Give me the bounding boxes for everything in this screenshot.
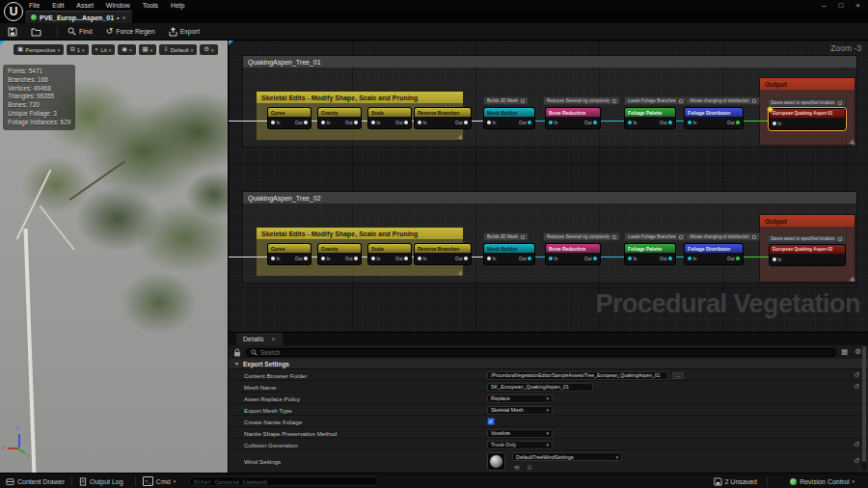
camera-speed-dropdown[interactable]: ⧉1▾ — [67, 44, 89, 55]
console-input[interactable] — [194, 478, 373, 485]
reset-icon[interactable]: ↺ — [854, 381, 859, 393]
details-tab[interactable]: Details × — [236, 333, 283, 345]
pin-in[interactable]: In — [371, 121, 380, 125]
shape-method-dropdown[interactable]: Voxelize — [487, 429, 553, 438]
reset-icon[interactable]: ↺ — [854, 369, 859, 381]
pin-out[interactable]: Out — [345, 257, 358, 261]
scalability-dropdown[interactable]: ⇩Default▾ — [159, 44, 197, 55]
search-input[interactable] — [260, 349, 831, 356]
details-scrollbar[interactable] — [862, 346, 866, 470]
screenshot-dropdown[interactable]: ▦▾ — [139, 44, 157, 55]
node-bone-reduction[interactable]: Bone Reduction InOut — [545, 107, 601, 129]
node-comment-bubble[interactable]: Saves asset to specified location — [767, 234, 846, 243]
wind-asset-thumbnail[interactable] — [487, 452, 505, 471]
node-mesh-builder[interactable]: Mesh Builder InOut — [483, 243, 535, 265]
node-gravity[interactable]: Gravity InOut — [317, 107, 362, 129]
viewport-settings-dropdown[interactable]: ⚙▾ — [200, 44, 217, 55]
pin-in[interactable]: In — [487, 257, 496, 261]
node-graph-panel[interactable]: Zoom -3 Procedural Vegetation QuakingAsp… — [228, 41, 868, 333]
pin-out[interactable]: Out — [295, 257, 308, 261]
pin-out[interactable]: Out — [519, 121, 531, 125]
force-regen-button[interactable]: ↺ Force Regen — [106, 27, 155, 36]
pin-out[interactable]: Out — [727, 121, 740, 125]
node-remove-branches[interactable]: Remove Branches InOut — [414, 107, 472, 129]
pin-in[interactable]: In — [688, 257, 696, 261]
nanite-foliage-checkbox[interactable]: ✓ — [487, 418, 495, 425]
node-gravity[interactable]: Gravity InOut — [317, 243, 362, 265]
tab-close-icon[interactable]: × — [122, 14, 125, 21]
node-comment-bubble[interactable]: Saves asset to specified location — [767, 98, 846, 107]
node-curve[interactable]: Curve InOut — [267, 107, 312, 129]
unsaved-button[interactable]: 2 Unsaved — [714, 474, 757, 488]
pin-out[interactable]: Out — [519, 257, 531, 261]
pin-out[interactable]: Out — [395, 121, 408, 125]
asset-tab[interactable]: PVE_Europ...Aspen_01 • × — [25, 11, 132, 23]
pin-out[interactable]: Out — [584, 121, 597, 125]
console-input-box[interactable] — [189, 476, 378, 486]
pin-in[interactable]: In — [418, 121, 426, 125]
menu-asset[interactable]: Asset — [76, 2, 94, 9]
node-comment-bubble[interactable]: Loads Foliage Branches — [624, 232, 687, 241]
comment-title[interactable]: Output — [760, 78, 854, 90]
pin-in[interactable]: In — [773, 258, 781, 262]
mesh-name-field[interactable]: SK_European_QuakingAspen_01 — [487, 383, 593, 392]
maximize-button[interactable]: □ — [838, 2, 843, 10]
node-foliage-palette[interactable]: Foliage Palette InOut — [624, 243, 676, 265]
node-scale[interactable]: Scale InOut — [367, 243, 412, 265]
node-comment-bubble[interactable]: Allows changing of distribution — [686, 96, 760, 105]
display-options-icon[interactable]: ▦ — [841, 348, 848, 356]
node-output-aspen-02[interactable]: European Quaking Aspen 02 In — [769, 244, 846, 266]
node-foliage-palette[interactable]: Foliage Palette InOut — [624, 107, 676, 129]
pin-in[interactable]: In — [371, 257, 380, 261]
node-foliage-distributor[interactable]: Foliage Distributor InOut — [684, 243, 744, 265]
close-button[interactable]: × — [855, 2, 860, 10]
gear-icon[interactable]: ⚙ — [854, 348, 861, 356]
browse-to-asset-icon[interactable]: ⌸ — [528, 464, 531, 471]
pin-out[interactable]: Out — [660, 121, 672, 125]
node-comment-bubble[interactable]: Builds 3D Mesh — [483, 232, 529, 241]
node-remove-branches[interactable]: Remove Branches InOut — [414, 243, 472, 265]
browse-content-button[interactable] — [31, 27, 41, 37]
comment-title[interactable]: Skeletal Edits - Modify Shape, Scale and… — [257, 92, 463, 103]
node-bone-reduction[interactable]: Bone Reduction InOut — [545, 243, 601, 265]
folder-path-field[interactable]: /ProceduralVegetationEditor/SampleAssets… — [487, 371, 668, 380]
comment-title[interactable]: QuakingAspen_Tree_01 — [243, 56, 856, 68]
pin-in[interactable]: In — [321, 121, 330, 125]
node-scale[interactable]: Scale InOut — [367, 107, 412, 129]
tab-close-icon[interactable]: × — [271, 336, 275, 342]
browse-ellipsis-button[interactable]: ... — [672, 372, 684, 379]
pin-in[interactable]: In — [549, 257, 557, 261]
pin-out[interactable]: Out — [345, 121, 358, 125]
node-mesh-builder[interactable]: Mesh Builder InOut — [483, 107, 535, 129]
pin-in[interactable]: In — [271, 121, 280, 125]
show-flags-dropdown[interactable]: ◉▾ — [118, 44, 135, 55]
node-curve[interactable]: Curve InOut — [267, 243, 312, 265]
minimize-button[interactable]: – — [822, 2, 826, 10]
pin-in[interactable]: In — [271, 257, 280, 261]
replace-policy-dropdown[interactable]: Replace — [487, 394, 553, 403]
export-settings-section[interactable]: ▼ Export Settings — [229, 359, 868, 369]
menu-edit[interactable]: Edit — [52, 2, 64, 9]
pin-out[interactable]: Out — [395, 257, 408, 261]
pin-in[interactable]: In — [773, 122, 781, 126]
node-comment-bubble[interactable]: Reduces Skeletal rig complexity — [543, 96, 620, 105]
node-comment-bubble[interactable]: Loads Foliage Branches — [624, 96, 687, 105]
pin-out[interactable]: Out — [727, 257, 740, 261]
preview-viewport[interactable]: ▣Perspective▾ ⧉1▾ ◐Lit▾ ◉▾ ▦▾ ⇩Default▾ … — [0, 41, 228, 473]
node-comment-bubble[interactable]: Builds 3D Mesh — [483, 96, 529, 105]
pin-in[interactable]: In — [487, 121, 496, 125]
node-foliage-distributor[interactable]: Foliage Distributor InOut — [684, 107, 744, 129]
lit-mode-dropdown[interactable]: ◐Lit▾ — [92, 44, 116, 55]
pin-in[interactable]: In — [688, 121, 696, 125]
menu-file[interactable]: File — [29, 2, 40, 9]
node-comment-bubble[interactable]: Reduces Skeletal rig complexity — [543, 232, 620, 241]
lock-icon[interactable] — [233, 348, 241, 357]
node-output-aspen-01[interactable]: European Quaking Aspen 01 In — [769, 108, 846, 130]
export-button[interactable]: Export — [169, 27, 200, 37]
use-selected-icon[interactable]: ⟲ — [514, 464, 519, 471]
cmd-dropdown[interactable]: >_ Cmd ▾ — [143, 474, 176, 488]
perspective-dropdown[interactable]: ▣Perspective▾ — [14, 44, 64, 55]
pin-in[interactable]: In — [321, 257, 330, 261]
collision-dropdown[interactable]: Trunk Only — [487, 441, 553, 449]
pin-out[interactable]: Out — [455, 257, 468, 261]
